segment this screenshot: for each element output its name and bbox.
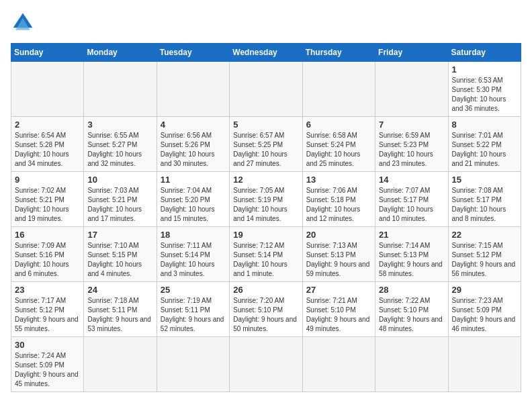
day-cell	[157, 62, 229, 117]
day-info: Sunrise: 7:11 AM Sunset: 5:14 PM Dayligh…	[161, 241, 226, 279]
day-number: 25	[161, 285, 226, 295]
day-info: Sunrise: 7:20 AM Sunset: 5:10 PM Dayligh…	[233, 296, 298, 334]
day-number: 29	[452, 285, 517, 295]
day-info: Sunrise: 7:03 AM Sunset: 5:21 PM Dayligh…	[87, 186, 152, 224]
day-cell: 17Sunrise: 7:10 AM Sunset: 5:15 PM Dayli…	[84, 227, 157, 282]
day-cell	[84, 62, 157, 117]
day-cell: 21Sunrise: 7:14 AM Sunset: 5:13 PM Dayli…	[375, 227, 448, 282]
day-cell: 3Sunrise: 6:55 AM Sunset: 5:27 PM Daylig…	[84, 117, 157, 172]
day-number: 14	[379, 175, 444, 185]
day-info: Sunrise: 6:55 AM Sunset: 5:27 PM Dayligh…	[87, 131, 152, 169]
day-cell	[375, 337, 448, 392]
day-cell	[230, 62, 302, 117]
day-info: Sunrise: 7:17 AM Sunset: 5:12 PM Dayligh…	[15, 296, 80, 334]
day-info: Sunrise: 7:13 AM Sunset: 5:13 PM Dayligh…	[306, 241, 371, 279]
weekday-header-thursday: Thursday	[302, 44, 375, 62]
day-number: 20	[306, 230, 371, 240]
day-cell	[157, 337, 229, 392]
day-number: 13	[306, 175, 371, 185]
day-number: 5	[233, 120, 298, 130]
week-row-6: 30Sunrise: 7:24 AM Sunset: 5:09 PM Dayli…	[11, 337, 521, 392]
day-cell	[448, 337, 521, 392]
weekday-header-monday: Monday	[84, 44, 157, 62]
day-number: 24	[87, 285, 152, 295]
day-number: 19	[233, 230, 298, 240]
day-cell: 11Sunrise: 7:04 AM Sunset: 5:20 PM Dayli…	[157, 172, 229, 227]
day-cell	[84, 337, 157, 392]
day-number: 15	[452, 175, 517, 185]
day-cell: 1Sunrise: 6:53 AM Sunset: 5:30 PM Daylig…	[448, 62, 521, 117]
day-info: Sunrise: 7:12 AM Sunset: 5:14 PM Dayligh…	[233, 241, 298, 279]
day-info: Sunrise: 7:19 AM Sunset: 5:11 PM Dayligh…	[161, 296, 226, 334]
logo	[11, 11, 38, 35]
day-cell: 7Sunrise: 6:59 AM Sunset: 5:23 PM Daylig…	[375, 117, 448, 172]
day-info: Sunrise: 6:54 AM Sunset: 5:28 PM Dayligh…	[15, 131, 80, 169]
day-cell	[375, 62, 448, 117]
weekday-header-row: SundayMondayTuesdayWednesdayThursdayFrid…	[11, 44, 521, 62]
day-info: Sunrise: 7:01 AM Sunset: 5:22 PM Dayligh…	[452, 131, 517, 169]
day-number: 10	[87, 175, 152, 185]
day-cell: 8Sunrise: 7:01 AM Sunset: 5:22 PM Daylig…	[448, 117, 521, 172]
day-info: Sunrise: 6:53 AM Sunset: 5:30 PM Dayligh…	[452, 76, 517, 113]
day-cell: 15Sunrise: 7:08 AM Sunset: 5:17 PM Dayli…	[448, 172, 521, 227]
day-number: 26	[233, 285, 298, 295]
day-cell	[302, 337, 375, 392]
day-number: 9	[15, 175, 80, 185]
day-cell: 22Sunrise: 7:15 AM Sunset: 5:12 PM Dayli…	[448, 227, 521, 282]
day-cell: 27Sunrise: 7:21 AM Sunset: 5:10 PM Dayli…	[302, 282, 375, 337]
day-number: 4	[161, 120, 226, 130]
day-number: 18	[161, 230, 226, 240]
week-row-4: 16Sunrise: 7:09 AM Sunset: 5:16 PM Dayli…	[11, 227, 521, 282]
week-row-5: 23Sunrise: 7:17 AM Sunset: 5:12 PM Dayli…	[11, 282, 521, 337]
day-cell: 13Sunrise: 7:06 AM Sunset: 5:18 PM Dayli…	[302, 172, 375, 227]
day-cell: 30Sunrise: 7:24 AM Sunset: 5:09 PM Dayli…	[11, 337, 84, 392]
day-info: Sunrise: 7:21 AM Sunset: 5:10 PM Dayligh…	[306, 296, 371, 334]
day-cell	[11, 62, 84, 117]
day-number: 28	[379, 285, 444, 295]
day-info: Sunrise: 7:23 AM Sunset: 5:09 PM Dayligh…	[452, 296, 517, 334]
day-cell: 24Sunrise: 7:18 AM Sunset: 5:11 PM Dayli…	[84, 282, 157, 337]
day-number: 8	[452, 120, 517, 130]
day-cell: 6Sunrise: 6:58 AM Sunset: 5:24 PM Daylig…	[302, 117, 375, 172]
day-cell: 4Sunrise: 6:56 AM Sunset: 5:26 PM Daylig…	[157, 117, 229, 172]
day-info: Sunrise: 7:08 AM Sunset: 5:17 PM Dayligh…	[452, 186, 517, 224]
day-info: Sunrise: 7:14 AM Sunset: 5:13 PM Dayligh…	[379, 241, 444, 279]
weekday-header-wednesday: Wednesday	[230, 44, 302, 62]
day-number: 1	[452, 64, 517, 75]
day-number: 6	[306, 120, 371, 130]
weekday-header-sunday: Sunday	[11, 44, 84, 62]
day-number: 23	[15, 285, 80, 295]
day-info: Sunrise: 6:57 AM Sunset: 5:25 PM Dayligh…	[233, 131, 298, 169]
day-info: Sunrise: 7:15 AM Sunset: 5:12 PM Dayligh…	[452, 241, 517, 279]
day-cell: 10Sunrise: 7:03 AM Sunset: 5:21 PM Dayli…	[84, 172, 157, 227]
day-info: Sunrise: 6:59 AM Sunset: 5:23 PM Dayligh…	[379, 131, 444, 169]
day-cell: 18Sunrise: 7:11 AM Sunset: 5:14 PM Dayli…	[157, 227, 229, 282]
day-cell: 14Sunrise: 7:07 AM Sunset: 5:17 PM Dayli…	[375, 172, 448, 227]
day-cell: 25Sunrise: 7:19 AM Sunset: 5:11 PM Dayli…	[157, 282, 229, 337]
day-info: Sunrise: 7:18 AM Sunset: 5:11 PM Dayligh…	[87, 296, 152, 334]
day-cell: 20Sunrise: 7:13 AM Sunset: 5:13 PM Dayli…	[302, 227, 375, 282]
day-cell: 12Sunrise: 7:05 AM Sunset: 5:19 PM Dayli…	[230, 172, 302, 227]
day-number: 22	[452, 230, 517, 240]
day-cell: 23Sunrise: 7:17 AM Sunset: 5:12 PM Dayli…	[11, 282, 84, 337]
day-cell: 16Sunrise: 7:09 AM Sunset: 5:16 PM Dayli…	[11, 227, 84, 282]
day-info: Sunrise: 7:04 AM Sunset: 5:20 PM Dayligh…	[161, 186, 226, 224]
logo-icon	[11, 11, 35, 35]
day-info: Sunrise: 7:22 AM Sunset: 5:10 PM Dayligh…	[379, 296, 444, 334]
day-number: 21	[379, 230, 444, 240]
day-info: Sunrise: 7:05 AM Sunset: 5:19 PM Dayligh…	[233, 186, 298, 224]
day-number: 2	[15, 120, 80, 130]
day-cell: 28Sunrise: 7:22 AM Sunset: 5:10 PM Dayli…	[375, 282, 448, 337]
day-info: Sunrise: 7:10 AM Sunset: 5:15 PM Dayligh…	[87, 241, 152, 279]
day-number: 7	[379, 120, 444, 130]
day-number: 17	[87, 230, 152, 240]
day-info: Sunrise: 6:58 AM Sunset: 5:24 PM Dayligh…	[306, 131, 371, 169]
day-info: Sunrise: 7:24 AM Sunset: 5:09 PM Dayligh…	[15, 351, 80, 389]
day-info: Sunrise: 7:02 AM Sunset: 5:21 PM Dayligh…	[15, 186, 80, 224]
day-number: 12	[233, 175, 298, 185]
day-cell: 29Sunrise: 7:23 AM Sunset: 5:09 PM Dayli…	[448, 282, 521, 337]
weekday-header-tuesday: Tuesday	[157, 44, 229, 62]
day-cell: 9Sunrise: 7:02 AM Sunset: 5:21 PM Daylig…	[11, 172, 84, 227]
day-cell	[302, 62, 375, 117]
day-cell: 2Sunrise: 6:54 AM Sunset: 5:28 PM Daylig…	[11, 117, 84, 172]
